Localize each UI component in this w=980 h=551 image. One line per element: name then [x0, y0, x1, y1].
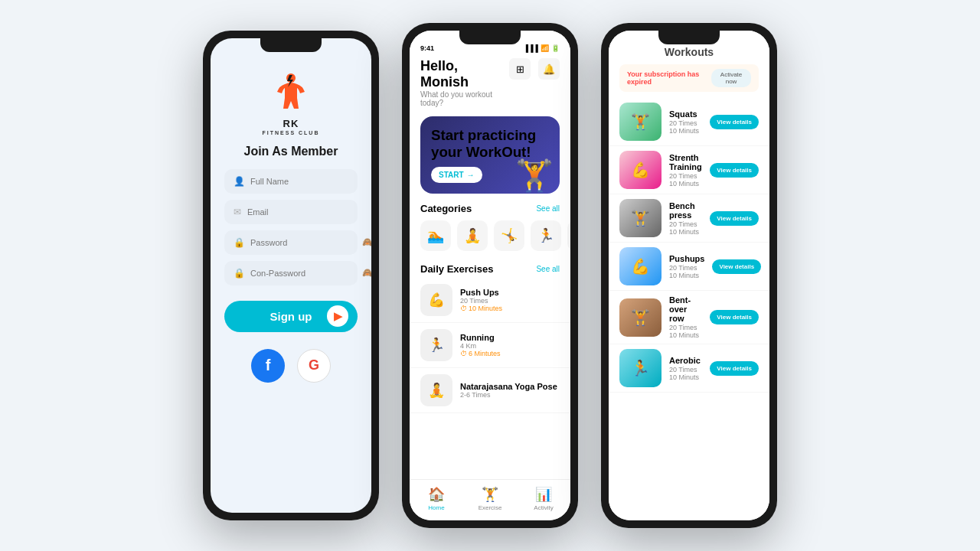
- activity-nav-icon: 📊: [535, 486, 552, 503]
- eye-toggle-icon[interactable]: 🙈: [362, 237, 371, 247]
- exercise-pushups[interactable]: 💪 Push Ups 20 Times ⏱ 10 Minutes: [410, 278, 570, 323]
- exercises-header: Daily Exercises See all: [410, 257, 570, 278]
- password-input[interactable]: [250, 238, 356, 247]
- confirm-password-field[interactable]: 🔒 🙈: [224, 261, 358, 285]
- pushups-workout-info: Pushups 20 Times 10 Minuts: [669, 254, 704, 279]
- signup-label: Sign up: [270, 310, 312, 323]
- clock-icon: ⏱: [460, 305, 467, 312]
- pushups-view-details[interactable]: View details: [712, 259, 761, 274]
- start-arrow: →: [467, 171, 475, 179]
- exercise-yoga[interactable]: 🧘 Natarajasana Yoga Pose 2-6 Times: [410, 368, 570, 413]
- wifi-icon: 📶: [541, 44, 549, 52]
- strength-times: 20 Times: [669, 172, 702, 180]
- arrow-icon: ▶: [334, 310, 342, 322]
- email-field[interactable]: ✉: [224, 200, 358, 224]
- pushups-workout-thumb: 💪: [619, 247, 662, 285]
- user-icon: 👤: [234, 176, 244, 187]
- nav-activity[interactable]: 📊 Activity: [517, 486, 570, 511]
- pushups-thumb: 💪: [420, 284, 452, 316]
- bench-view-details[interactable]: View details: [710, 211, 759, 226]
- yoga-times: 2-6 Times: [460, 391, 557, 399]
- strength-name: Strenth Training: [669, 153, 702, 171]
- activity-nav-label: Activity: [534, 504, 553, 511]
- squats-times: 20 Times: [669, 119, 702, 127]
- promo-figure: 🏋: [515, 158, 554, 194]
- yoga-info: Natarajasana Yoga Pose 2-6 Times: [460, 382, 557, 399]
- running-info: Running 4 Km ⏱ 6 Mintutes: [460, 333, 501, 357]
- running-name: Running: [460, 333, 501, 342]
- email-input[interactable]: [247, 207, 353, 217]
- pushups-info: Push Ups 20 Times ⏱ 10 Minutes: [460, 288, 502, 312]
- category-swim[interactable]: 🏊: [420, 220, 451, 251]
- home-nav-label: Home: [428, 504, 444, 511]
- start-label: START: [439, 171, 464, 179]
- strength-thumb: 💪: [619, 151, 662, 189]
- strength-view-details[interactable]: View details: [710, 163, 759, 178]
- workouts-screen: Workouts Your subscription has expired A…: [609, 31, 769, 520]
- fullname-field[interactable]: 👤: [224, 169, 358, 194]
- category-gym[interactable]: 🤸: [494, 220, 524, 251]
- grid-icon-button[interactable]: ⊞: [509, 58, 531, 80]
- categories-see-all[interactable]: See all: [536, 204, 560, 213]
- facebook-button[interactable]: f: [251, 349, 285, 383]
- bentrow-minutes: 10 Minuts: [669, 331, 702, 339]
- battery-icon: 🔋: [551, 44, 560, 52]
- aerobic-info: Aerobic 20 Times 10 Minuts: [669, 356, 702, 381]
- bench-thumb: 🏋: [619, 199, 662, 237]
- eye-toggle2-icon[interactable]: 🙈: [362, 268, 371, 278]
- category-yoga[interactable]: 🧘: [457, 220, 488, 251]
- squats-info: Squats 20 Times 10 Minuts: [669, 109, 702, 135]
- exercises-title: Daily Exercises: [420, 263, 493, 275]
- aerobic-thumb: 🏃: [619, 349, 662, 387]
- start-button[interactable]: START →: [431, 167, 482, 183]
- aerobic-name: Aerobic: [669, 356, 702, 365]
- exercise-running[interactable]: 🏃 Running 4 Km ⏱ 6 Mintutes: [410, 323, 570, 368]
- bottom-nav: 🏠 Home 🏋 Exercise 📊 Activity: [410, 479, 570, 520]
- nav-exercise[interactable]: 🏋 Exercise: [463, 486, 517, 511]
- password-field[interactable]: 🔒 🙈: [224, 230, 358, 255]
- aerobic-view-details[interactable]: View details: [710, 361, 759, 376]
- arrow-circle: ▶: [327, 305, 348, 327]
- phone-home: 9:41 ▐▐▐ 📶 🔋 Hello, Monish What do you w…: [402, 23, 578, 528]
- aerobic-times: 20 Times: [669, 366, 702, 373]
- category-run[interactable]: 🏃: [531, 220, 561, 251]
- activate-button[interactable]: Activate now: [711, 69, 751, 87]
- notification-button[interactable]: 🔔: [538, 58, 560, 80]
- workout-bench[interactable]: 🏋 Bench press 20 Times 10 Minuts View de…: [609, 194, 769, 243]
- join-title: Join As Member: [244, 145, 338, 158]
- signup-button[interactable]: Sign up ▶: [224, 301, 358, 332]
- confirm-password-input[interactable]: [250, 269, 356, 278]
- workout-bentrow[interactable]: 🏋 Bent-over row 20 Times 10 Minuts View …: [609, 291, 769, 344]
- fullname-input[interactable]: [250, 177, 356, 186]
- home-header: Hello, Monish What do you workout today?…: [410, 55, 570, 113]
- workout-aerobic[interactable]: 🏃 Aerobic 20 Times 10 Minuts View detail…: [609, 344, 769, 393]
- squats-view-details[interactable]: View details: [710, 115, 759, 129]
- workout-pushups[interactable]: 💪 Pushups 20 Times 10 Minuts View detail…: [609, 243, 769, 291]
- bentrow-info: Bent-over row 20 Times 10 Minuts: [669, 295, 702, 339]
- category-lift[interactable]: 🏋: [567, 220, 570, 251]
- rk-logo-icon: [268, 69, 314, 115]
- exercises-see-all[interactable]: See all: [536, 265, 560, 273]
- logo-text: RK: [283, 118, 299, 130]
- google-button[interactable]: G: [297, 349, 331, 383]
- email-icon: ✉: [234, 207, 241, 217]
- facebook-icon: f: [266, 357, 271, 374]
- squats-thumb: 🏋: [619, 103, 662, 141]
- workout-strength[interactable]: 💪 Strenth Training 20 Times 10 Minuts Vi…: [609, 146, 769, 194]
- exercise-nav-icon: 🏋: [482, 486, 498, 503]
- strength-info: Strenth Training 20 Times 10 Minuts: [669, 153, 702, 187]
- bentrow-thumb: 🏋: [619, 298, 662, 337]
- pushups-name: Push Ups: [460, 288, 502, 297]
- running-duration: ⏱ 6 Mintutes: [460, 350, 501, 357]
- strength-minutes: 10 Minuts: [669, 180, 702, 187]
- nav-home[interactable]: 🏠 Home: [410, 486, 463, 511]
- workout-squats[interactable]: 🏋 Squats 20 Times 10 Minuts View details: [609, 98, 769, 146]
- pushups-times: 20 Times: [460, 297, 502, 305]
- promo-banner: Start practicing your WorkOut! START → 🏋: [420, 116, 560, 194]
- signal-icon: ▐▐▐: [524, 44, 538, 52]
- bentrow-view-details[interactable]: View details: [710, 310, 759, 324]
- aerobic-minutes: 10 Minuts: [669, 373, 702, 381]
- pushups-duration: ⏱ 10 Minutes: [460, 305, 502, 312]
- categories-row: 🏊 🧘 🤸 🏃 🏋: [410, 217, 570, 257]
- greeting-area: Hello, Monish What do you workout today?: [420, 58, 509, 107]
